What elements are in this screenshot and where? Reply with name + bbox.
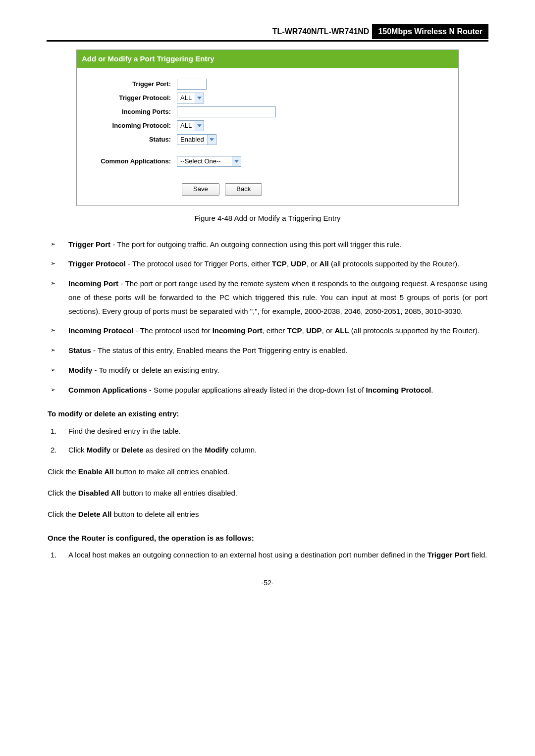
definition-list: Trigger Port - The port for outgoing tra…: [48, 238, 487, 397]
label-trigger-protocol: Trigger Protocol:: [83, 94, 177, 103]
chevron-down-icon: [207, 135, 216, 145]
list-item: Common Applications - Some popular appli…: [48, 383, 487, 397]
list-item: Status - The status of this entry, Enabl…: [48, 344, 487, 357]
page-number: -52-: [47, 578, 488, 588]
header-product: 150Mbps Wireless N Router: [372, 24, 488, 39]
list-item: Modify - To modify or delete an existing…: [48, 363, 487, 377]
steps-operation: 1. A local host makes an outgoing connec…: [48, 548, 487, 562]
label-common-apps: Common Applications:: [83, 157, 177, 166]
trigger-protocol-select[interactable]: ALL: [177, 93, 204, 103]
router-config-screenshot: Add or Modify a Port Triggering Entry Tr…: [76, 50, 459, 206]
chevron-down-icon: [232, 156, 241, 166]
section-heading-operation: Once the Router is configured, the opera…: [48, 533, 487, 544]
para-disable-all: Click the Disabled All button to make al…: [48, 486, 487, 500]
incoming-ports-input[interactable]: [177, 106, 276, 117]
header-model: TL-WR740N/TL-WR741ND: [269, 24, 373, 39]
steps-modify: 1. Find the desired entry in the table. …: [48, 424, 487, 457]
list-item: Trigger Protocol - The protocol used for…: [48, 257, 487, 271]
list-item: 2. Click Modify or Delete as desired on …: [48, 443, 487, 457]
figure-caption: Figure 4-48 Add or Modify a Triggering E…: [47, 213, 488, 224]
save-button[interactable]: Save: [182, 183, 219, 196]
label-incoming-ports: Incoming Ports:: [83, 107, 177, 117]
para-delete-all: Click the Delete All button to delete al…: [48, 507, 487, 521]
list-item: Trigger Port - The port for outgoing tra…: [48, 238, 487, 252]
common-apps-select[interactable]: --Select One--: [177, 156, 241, 167]
screenshot-title: Add or Modify a Port Triggering Entry: [77, 50, 458, 68]
section-heading-modify: To modify or delete an existing entry:: [48, 408, 487, 419]
list-item: 1. Find the desired entry in the table.: [48, 424, 487, 438]
label-incoming-protocol: Incoming Protocol:: [83, 121, 177, 131]
chevron-down-icon: [195, 93, 204, 103]
list-item: Incoming Protocol - The protocol used fo…: [48, 324, 487, 338]
chevron-down-icon: [195, 121, 204, 131]
list-item: Incoming Port - The port or port range u…: [48, 277, 487, 318]
status-select[interactable]: Enabled: [177, 134, 216, 145]
list-item: 1. A local host makes an outgoing connec…: [48, 548, 487, 562]
incoming-protocol-select[interactable]: ALL: [177, 120, 204, 131]
back-button[interactable]: Back: [225, 183, 262, 196]
label-status: Status:: [83, 135, 177, 145]
doc-header: TL-WR740N/TL-WR741ND150Mbps Wireless N R…: [47, 24, 488, 42]
para-enable-all: Click the Enable All button to make all …: [48, 465, 487, 478]
trigger-port-input[interactable]: [177, 79, 207, 90]
label-trigger-port: Trigger Port:: [83, 80, 177, 89]
